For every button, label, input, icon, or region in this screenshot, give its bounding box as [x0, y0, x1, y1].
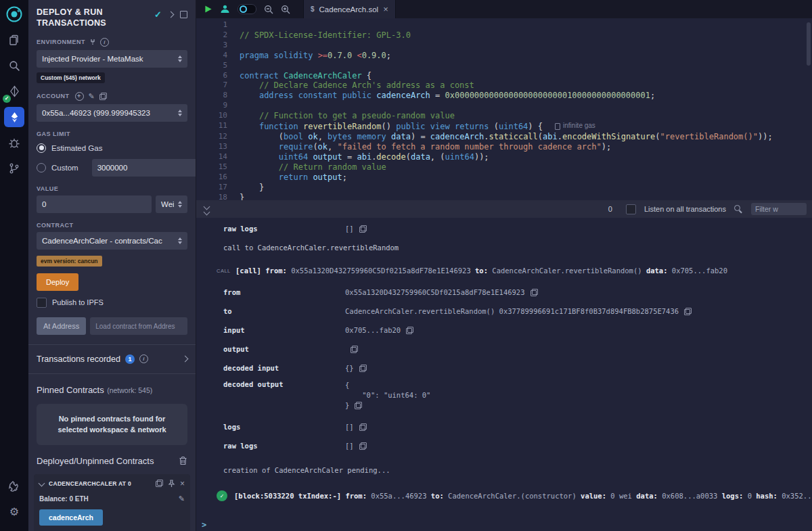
code-text[interactable]: function revertibleRandom() public view … — [240, 121, 595, 132]
file-explorer-icon[interactable] — [4, 30, 24, 50]
line-number[interactable]: 2 — [206, 30, 227, 41]
line-number[interactable]: 10 — [206, 111, 227, 121]
value-unit-select[interactable]: Wei — [156, 195, 187, 213]
edit-balance-icon[interactable]: ✎ — [179, 494, 185, 503]
line-number[interactable]: 6 — [206, 71, 227, 81]
editor-scrollbar[interactable] — [807, 22, 811, 66]
sign-message-icon[interactable]: ✎ — [89, 92, 95, 101]
forward-chevron-icon[interactable] — [168, 11, 175, 18]
contract-select[interactable]: CadenceArchCaler - contracts/Cac — [37, 232, 187, 250]
function-button-cadencearch[interactable]: cadenceArch — [39, 509, 103, 526]
account-select[interactable]: 0x55a...46923 (999.999945323 — [37, 104, 187, 122]
terminal-block-summary[interactable]: ✓ [block:5033220 txIndex:-] from: 0x55a.… — [196, 490, 812, 501]
code-editor[interactable]: 12// SPDX-License-Identifier: GPL-3.034p… — [196, 18, 812, 202]
terminal[interactable]: raw logs [] call to CadenceArchCaler.rev… — [196, 218, 812, 531]
publish-ipfs-option[interactable]: Publish to IPFS — [37, 298, 187, 308]
terminal-filter-input[interactable] — [751, 203, 807, 215]
solidity-compiler-icon[interactable]: ✓ — [4, 81, 24, 101]
terminal-search-icon[interactable] — [734, 205, 743, 214]
transactions-info-icon[interactable]: i — [139, 354, 148, 363]
line-number[interactable]: 13 — [206, 142, 227, 152]
environment-select[interactable]: Injected Provider - MetaMask — [37, 50, 187, 68]
listen-all-checkbox[interactable] — [626, 204, 636, 214]
deploy-run-icon[interactable] — [4, 107, 24, 127]
copy-icon[interactable] — [359, 423, 367, 431]
plugin-manager-icon[interactable] — [4, 476, 24, 496]
gas-custom-input[interactable] — [92, 159, 196, 177]
code-text[interactable]: return output; — [240, 172, 347, 183]
zoom-in-icon[interactable] — [281, 5, 290, 14]
line-number[interactable]: 1 — [206, 20, 227, 30]
gas-custom-option[interactable]: Custom — [37, 159, 187, 177]
line-number[interactable]: 4 — [206, 51, 227, 61]
copy-icon[interactable] — [351, 346, 358, 353]
copy-account-icon[interactable] — [99, 93, 107, 100]
trash-icon[interactable] — [179, 456, 187, 465]
line-number[interactable]: 12 — [206, 132, 227, 142]
line-number[interactable]: 16 — [206, 172, 227, 183]
ai-copilot-toggle[interactable] — [238, 4, 256, 14]
ai-copilot-icon[interactable] — [220, 4, 230, 14]
copy-icon[interactable] — [406, 327, 413, 334]
pin-panel-icon[interactable] — [180, 11, 187, 18]
line-number[interactable]: 11 — [206, 121, 227, 132]
remove-contract-icon[interactable]: × — [180, 480, 185, 488]
ipfs-checkbox[interactable] — [37, 298, 47, 308]
code-text[interactable]: // Declare Cadence Arch's address as a c… — [240, 80, 474, 91]
tab-cadencearch-sol[interactable]: $ CadenceArch.sol × — [303, 0, 396, 18]
line-number[interactable]: 7 — [206, 80, 227, 91]
transactions-recorded-row[interactable]: Transactions recorded 1 i — [37, 354, 187, 364]
plug-icon[interactable] — [89, 39, 96, 45]
remix-logo-icon[interactable] — [4, 4, 24, 24]
deploy-button[interactable]: Deploy — [37, 273, 78, 291]
code-line: 5 — [196, 61, 812, 71]
code-text[interactable]: (bool ok, bytes memory data) = cadenceAr… — [240, 132, 773, 142]
copy-icon[interactable] — [359, 365, 367, 372]
copy-address-icon[interactable] — [156, 480, 163, 487]
expand-transactions-icon[interactable] — [182, 356, 189, 363]
code-line: 11 function revertibleRandom() public vi… — [196, 121, 812, 132]
terminal-prompt[interactable]: > — [196, 520, 812, 530]
line-number[interactable]: 3 — [206, 41, 227, 51]
git-branch-icon[interactable] — [4, 158, 24, 179]
search-icon[interactable] — [4, 55, 24, 76]
at-address-input[interactable] — [90, 317, 187, 335]
line-number[interactable]: 15 — [206, 162, 227, 172]
collapse-contract-icon[interactable] — [39, 480, 45, 487]
terminal-expand-icon[interactable] — [204, 204, 209, 214]
environment-info-icon[interactable]: i — [100, 38, 109, 47]
copy-icon[interactable] — [359, 442, 367, 450]
line-number[interactable]: 8 — [206, 91, 227, 101]
code-text[interactable]: } — [240, 183, 264, 193]
line-number[interactable]: 9 — [206, 101, 227, 111]
value-input[interactable] — [37, 195, 152, 213]
code-line: 4pragma solidity >=0.7.0 <0.9.0; — [196, 51, 812, 61]
add-account-icon[interactable]: + — [75, 92, 84, 101]
radio-selected-icon[interactable] — [37, 143, 46, 153]
code-text[interactable]: address constant public cadenceArch = 0x… — [240, 91, 655, 101]
pin-icon[interactable] — [168, 480, 175, 488]
code-text[interactable]: // Function to get a pseudo-random value — [240, 111, 455, 121]
debugger-icon[interactable] — [4, 133, 24, 153]
code-text[interactable]: uint64 output = abi.decode(data, (uint64… — [240, 152, 489, 162]
copy-icon[interactable] — [531, 289, 538, 296]
settings-icon[interactable]: ⚙ — [4, 501, 24, 522]
code-text[interactable]: pragma solidity >=0.7.0 <0.9.0; — [240, 51, 391, 61]
code-text[interactable]: // SPDX-License-Identifier: GPL-3.0 — [240, 30, 411, 41]
line-number[interactable]: 14 — [206, 152, 227, 162]
radio-icon[interactable] — [37, 163, 46, 172]
code-text[interactable]: require(ok, "failed to fetch a random nu… — [240, 142, 611, 152]
line-number[interactable]: 5 — [206, 61, 227, 71]
close-tab-icon[interactable]: × — [383, 5, 388, 14]
copy-icon[interactable] — [359, 225, 367, 233]
copy-icon[interactable] — [355, 402, 362, 409]
code-text[interactable]: // Return random value — [240, 162, 386, 172]
copy-icon[interactable] — [684, 308, 692, 315]
zoom-out-icon[interactable] — [264, 5, 273, 14]
line-number[interactable]: 17 — [206, 183, 227, 193]
terminal-call-summary[interactable]: CALL [call] from: 0x55a1320D432759960C5D… — [196, 267, 812, 275]
code-text[interactable]: contract CadenceArchCaler { — [240, 71, 371, 81]
run-script-button[interactable] — [204, 5, 212, 14]
gas-estimated-option[interactable]: Estimated Gas — [37, 143, 187, 153]
at-address-button[interactable]: At Address — [37, 317, 86, 335]
